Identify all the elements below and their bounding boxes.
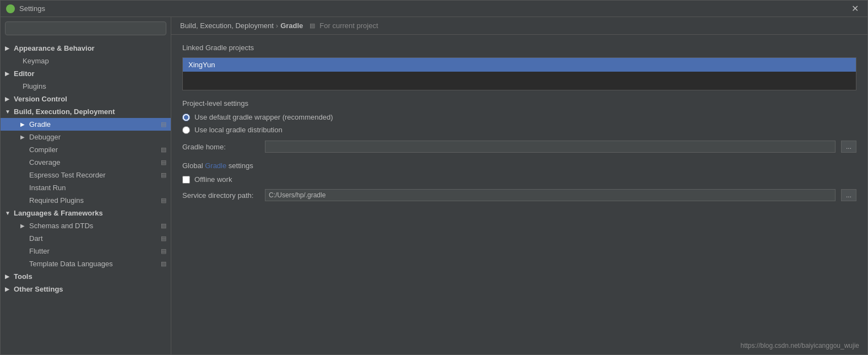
sidebar-item-plugins[interactable]: Plugins — [1, 80, 171, 93]
sidebar-item-label-other-settings: Other Settings — [14, 285, 63, 293]
sidebar-item-tools[interactable]: Tools — [1, 270, 171, 283]
global-settings-title: Global Gradle settings — [182, 162, 856, 170]
search-input[interactable] — [5, 21, 166, 35]
sidebar-item-appearance[interactable]: Appearance & Behavior — [1, 42, 171, 55]
panel-content: Linked Gradle projects XingYun Project-l… — [171, 35, 867, 354]
sidebar-item-label-required-plugins: Required Plugins — [29, 196, 84, 205]
copy-icon-flutter: ▤ — [161, 248, 166, 255]
nav-tree: Appearance & BehaviorKeymapEditorPlugins… — [1, 40, 171, 354]
sidebar-item-version-control[interactable]: Version Control — [1, 93, 171, 105]
sidebar-item-label-dart: Dart — [29, 234, 43, 243]
breadcrumb-part1: Build, Execution, Deployment — [180, 21, 274, 30]
sidebar-item-label-template-data: Template Data Languages — [29, 260, 113, 268]
sidebar-item-debugger[interactable]: Debugger — [1, 131, 171, 143]
global-settings: Global Gradle settings Offline work Serv… — [182, 162, 856, 201]
gradle-home-row: Gradle home: ... — [182, 141, 856, 153]
sidebar-item-label-languages: Languages & Frameworks — [14, 209, 103, 217]
sidebar-item-required-plugins[interactable]: Required Plugins▤ — [1, 194, 171, 207]
service-dir-label: Service directory path: — [182, 191, 259, 200]
sidebar-item-label-gradle: Gradle — [29, 120, 51, 128]
copy-icon-required-plugins: ▤ — [161, 197, 166, 204]
sidebar-item-compiler[interactable]: Compiler▤ — [1, 143, 171, 156]
sidebar-item-keymap[interactable]: Keymap — [1, 55, 171, 67]
global-title-prefix: Global — [182, 162, 205, 170]
service-dir-row: Service directory path: ... — [182, 189, 856, 201]
radio-default-wrapper-label[interactable]: Use default gradle wrapper (recommended) — [194, 113, 333, 121]
breadcrumb: Build, Execution, Deployment › Gradle ▤ … — [171, 17, 867, 35]
breadcrumb-separator: › — [276, 21, 278, 30]
sidebar-item-languages[interactable]: Languages & Frameworks — [1, 207, 171, 219]
radio-group: Use default gradle wrapper (recommended)… — [182, 113, 856, 134]
copy-icon-compiler: ▤ — [161, 146, 166, 153]
global-title-highlight: Gradle — [205, 162, 226, 170]
settings-window: Settings ✕ Appearance & BehaviorKeymapEd… — [0, 0, 868, 355]
app-icon — [6, 4, 15, 13]
project-level-title: Project-level settings — [182, 99, 856, 107]
gradle-home-input[interactable] — [265, 141, 836, 153]
sidebar-item-label-version-control: Version Control — [14, 95, 67, 103]
copy-icon-dart: ▤ — [161, 235, 166, 242]
radio-local-dist[interactable] — [182, 126, 190, 134]
window-title: Settings — [19, 4, 848, 13]
sidebar-item-gradle[interactable]: Gradle▤ — [1, 118, 171, 131]
radio-default-wrapper[interactable] — [182, 114, 190, 121]
sidebar-item-label-flutter: Flutter — [29, 247, 50, 255]
linked-projects-title: Linked Gradle projects — [182, 44, 856, 52]
copy-icon-coverage: ▤ — [161, 159, 166, 166]
sidebar-item-label-coverage: Coverage — [29, 158, 60, 166]
sidebar: Appearance & BehaviorKeymapEditorPlugins… — [1, 17, 171, 354]
copy-icon-gradle: ▤ — [161, 121, 166, 128]
project-icon: ▤ — [310, 22, 315, 29]
sidebar-item-instant-run[interactable]: Instant Run — [1, 181, 171, 194]
sidebar-item-other-settings[interactable]: Other Settings — [1, 283, 171, 295]
sidebar-item-label-plugins: Plugins — [23, 82, 46, 90]
gradle-home-label: Gradle home: — [182, 143, 259, 151]
global-title-suffix: settings — [226, 162, 253, 170]
project-level-settings: Project-level settings Use default gradl… — [182, 99, 856, 153]
copy-icon-template-data: ▤ — [161, 260, 166, 267]
close-button[interactable]: ✕ — [848, 2, 862, 15]
sidebar-item-label-debugger: Debugger — [29, 133, 61, 141]
sidebar-item-label-appearance: Appearance & Behavior — [14, 44, 95, 52]
copy-icon-espresso: ▤ — [161, 171, 166, 179]
radio-wrapper-option1: Use default gradle wrapper (recommended) — [182, 113, 856, 121]
breadcrumb-part2: Gradle — [280, 21, 303, 30]
linked-projects-list: XingYun — [182, 57, 856, 90]
sidebar-item-label-espresso: Espresso Test Recorder — [29, 171, 106, 179]
sidebar-item-editor[interactable]: Editor — [1, 67, 171, 80]
offline-work-checkbox[interactable] — [182, 176, 190, 184]
sidebar-item-dart[interactable]: Dart▤ — [1, 232, 171, 245]
sidebar-item-schemas[interactable]: Schemas and DTDs▤ — [1, 219, 171, 232]
sidebar-item-template-data[interactable]: Template Data Languages▤ — [1, 257, 171, 270]
sidebar-item-label-schemas: Schemas and DTDs — [29, 222, 93, 230]
sidebar-item-coverage[interactable]: Coverage▤ — [1, 156, 171, 169]
sidebar-item-label-editor: Editor — [14, 69, 35, 78]
project-item[interactable]: XingYun — [183, 58, 856, 72]
sidebar-item-label-tools: Tools — [14, 272, 32, 281]
radio-wrapper-option2: Use local gradle distribution — [182, 126, 856, 134]
sidebar-item-flutter[interactable]: Flutter▤ — [1, 245, 171, 257]
service-dir-input[interactable] — [265, 189, 836, 201]
service-dir-browse-button[interactable]: ... — [841, 189, 856, 201]
sidebar-item-espresso[interactable]: Espresso Test Recorder▤ — [1, 169, 171, 181]
sidebar-item-label-compiler: Compiler — [29, 146, 58, 154]
main-content: Appearance & BehaviorKeymapEditorPlugins… — [1, 17, 867, 354]
sidebar-item-label-instant-run: Instant Run — [29, 184, 66, 192]
sidebar-item-label-build: Build, Execution, Deployment — [14, 107, 115, 116]
main-panel: Build, Execution, Deployment › Gradle ▤ … — [171, 17, 867, 354]
radio-local-dist-label[interactable]: Use local gradle distribution — [194, 126, 283, 134]
offline-work-label[interactable]: Offline work — [194, 175, 232, 184]
sidebar-item-build[interactable]: Build, Execution, Deployment — [1, 105, 171, 118]
gradle-home-browse-button[interactable]: ... — [841, 141, 856, 153]
breadcrumb-project-label: For current project — [319, 21, 378, 30]
watermark: https://blog.csdn.net/baiyicanggou_wujie — [741, 342, 859, 349]
copy-icon-schemas: ▤ — [161, 222, 166, 229]
sidebar-item-label-keymap: Keymap — [23, 57, 49, 65]
offline-work-row: Offline work — [182, 175, 856, 184]
titlebar: Settings ✕ — [1, 1, 867, 17]
